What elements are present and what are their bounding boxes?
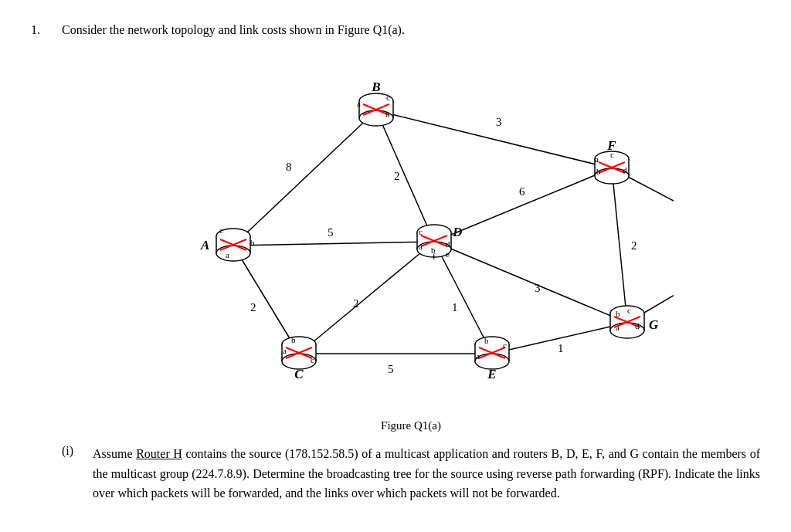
sub-label-i: (i) (62, 444, 85, 503)
svg-text:a: a (595, 154, 599, 164)
edge-cd-cost: 2 (353, 297, 359, 310)
svg-text:b: b (291, 335, 296, 344)
svg-text:a: a (476, 351, 480, 361)
question-block: 1. Consider the network topology and lin… (31, 23, 760, 503)
svg-text:a: a (357, 99, 361, 108)
and-word: and (285, 486, 303, 500)
svg-line-10 (612, 168, 627, 323)
svg-text:b: b (250, 238, 255, 247)
svg-text:e: e (446, 249, 450, 259)
svg-text:b: b (484, 336, 489, 345)
node-G-label: G (649, 317, 659, 332)
svg-text:c: c (627, 306, 631, 315)
node-B: B a c b (357, 80, 393, 126)
svg-text:c: c (311, 355, 314, 364)
svg-line-2 (376, 110, 434, 242)
node-A-label: A (200, 238, 209, 252)
svg-text:f: f (433, 252, 436, 261)
svg-text:c: c (386, 93, 390, 102)
node-C: C a b c (282, 335, 316, 381)
svg-line-1 (233, 246, 299, 354)
svg-text:d: d (623, 165, 627, 175)
edge-ce-cost: 5 (388, 363, 394, 375)
node-D: D c a b d e f (417, 225, 462, 261)
svg-text:b: b (596, 167, 601, 176)
svg-line-4 (299, 242, 434, 354)
node-E-label: E (487, 367, 496, 381)
edge-eg-cost: 1 (558, 342, 564, 354)
question-content: Consider the network topology and link c… (62, 23, 760, 503)
svg-text:c: c (419, 227, 423, 236)
svg-line-8 (434, 242, 627, 323)
svg-text:b: b (616, 309, 620, 318)
node-F: F a b c d (595, 138, 629, 184)
svg-line-3 (376, 110, 612, 168)
edge-fg-cost: 2 (631, 239, 637, 252)
svg-text:c: c (610, 150, 614, 159)
svg-point-18 (216, 246, 250, 261)
svg-text:a: a (226, 250, 229, 259)
node-D-label: D (452, 225, 462, 239)
node-C-label: C (294, 367, 304, 381)
edge-de-cost: 1 (452, 301, 458, 313)
svg-text:a: a (419, 242, 423, 251)
svg-text:d: d (635, 321, 640, 330)
edge-df-cost: 6 (519, 185, 525, 198)
svg-text:c: c (219, 225, 223, 235)
edge-ab-cost: 8 (286, 161, 292, 173)
svg-line-0 (233, 110, 376, 246)
svg-text:c: c (503, 341, 507, 350)
edge-bd-cost: 2 (394, 170, 400, 182)
svg-line-7 (434, 242, 492, 354)
svg-text:a: a (616, 323, 620, 332)
svg-text:b: b (385, 110, 390, 119)
node-A: A b c a (200, 225, 255, 261)
svg-text:a: a (283, 346, 287, 355)
figure-caption: Figure Q1(a) (62, 419, 760, 432)
network-diagram: 8 2 2 3 2 5 6 (148, 45, 674, 415)
node-E: E a b c (475, 336, 509, 381)
question-text: Consider the network topology and link c… (62, 23, 760, 37)
edge-bf-cost: 3 (496, 116, 502, 128)
question-number: 1. (31, 23, 54, 503)
edge-ad-cost: 5 (328, 226, 334, 239)
edge-ac-cost: 2 (250, 301, 256, 313)
node-G: G a b c d (610, 306, 659, 338)
router-h-ref: Router H (136, 447, 182, 460)
sub-question-i: (i) Assume Router H contains the source … (62, 444, 760, 503)
edge-dg-cost: 3 (535, 282, 541, 294)
figure-container: 8 2 2 3 2 5 6 (62, 45, 760, 415)
svg-line-13 (233, 242, 434, 246)
svg-text:d: d (446, 239, 450, 249)
node-B-label: B (371, 80, 380, 94)
sub-text-i: Assume Router H contains the source (178… (93, 444, 760, 503)
